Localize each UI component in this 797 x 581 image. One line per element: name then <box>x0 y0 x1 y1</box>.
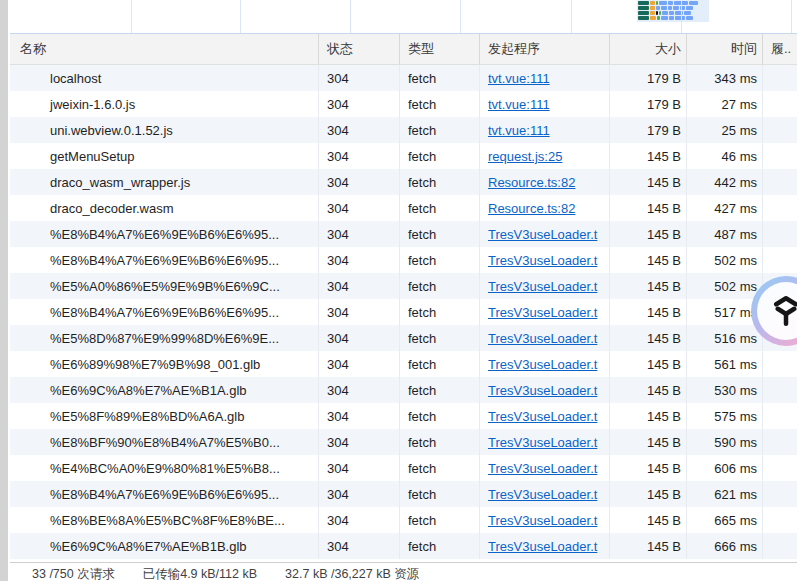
network-request-row[interactable]: %E6%9C%A8%E7%AE%B1A.glb304fetchTresV3use… <box>10 377 797 403</box>
thumbnail-bar <box>638 6 649 10</box>
cell-status: 304 <box>319 455 400 481</box>
initiator-link[interactable]: tvt.vue:111 <box>488 123 550 138</box>
thumbnail-bar <box>656 11 658 15</box>
thumbnail-bar <box>650 11 655 15</box>
initiator-link[interactable]: TresV3useLoader.t <box>488 513 597 528</box>
cell-waterfall <box>763 221 797 247</box>
initiator-link[interactable]: TresV3useLoader.t <box>488 253 597 268</box>
cell-time: 530 ms <box>687 377 763 403</box>
initiator-link[interactable]: TresV3useLoader.t <box>488 279 597 294</box>
thumbnail-bar <box>669 16 674 20</box>
network-request-row[interactable]: localhost304fetchtvt.vue:111179 B343 ms <box>10 65 797 91</box>
trident-logo-icon <box>757 282 797 340</box>
cell-status: 304 <box>319 169 400 195</box>
initiator-link[interactable]: TresV3useLoader.t <box>488 227 597 242</box>
cell-status: 304 <box>319 429 400 455</box>
summary-resources: 32.7 kB /36,227 kB 资源 <box>285 566 419 581</box>
network-request-row[interactable]: jweixin-1.6.0.js304fetchtvt.vue:111179 B… <box>10 91 797 117</box>
cell-initiator: tvt.vue:111 <box>480 117 610 143</box>
thumbnail-bar <box>638 11 649 15</box>
cell-waterfall <box>763 65 797 91</box>
cell-status: 304 <box>319 273 400 299</box>
cell-status: 304 <box>319 247 400 273</box>
initiator-link[interactable]: TresV3useLoader.t <box>488 305 597 320</box>
cell-waterfall <box>763 507 797 533</box>
initiator-link[interactable]: TresV3useLoader.t <box>488 409 597 424</box>
cell-initiator: TresV3useLoader.t <box>480 481 610 507</box>
cell-time: 590 ms <box>687 429 763 455</box>
network-request-row[interactable]: %E8%BF%90%E8%B4%A7%E5%B0...304fetchTresV… <box>10 429 797 455</box>
cell-name: %E5%8F%89%E8%BD%A6A.glb <box>10 403 319 429</box>
column-header-status[interactable]: 状态 <box>319 34 400 64</box>
initiator-link[interactable]: TresV3useLoader.t <box>488 331 597 346</box>
column-header-time[interactable]: 时间 <box>687 34 763 64</box>
network-overview-timeline[interactable] <box>10 0 797 34</box>
table-header-row: 名称状态类型发起程序大小时间履.. <box>10 34 797 65</box>
cell-type: fetch <box>400 481 480 507</box>
initiator-link[interactable]: Resource.ts:82 <box>488 175 575 190</box>
network-request-row[interactable]: %E8%B4%A7%E6%9E%B6%E6%95...304fetchTresV… <box>10 481 797 507</box>
network-request-row[interactable]: %E8%BE%8A%E5%BC%8F%E8%BE...304fetchTresV… <box>10 507 797 533</box>
cell-size: 179 B <box>610 91 687 117</box>
network-request-row[interactable]: %E5%8D%87%E9%99%8D%E6%9E...304fetchTresV… <box>10 325 797 351</box>
cell-time: 516 ms <box>687 325 763 351</box>
cell-type: fetch <box>400 273 480 299</box>
cell-type: fetch <box>400 533 480 559</box>
overview-gridline <box>681 0 682 33</box>
cell-size: 145 B <box>610 169 687 195</box>
initiator-link[interactable]: TresV3useLoader.t <box>488 435 597 450</box>
column-header-name[interactable]: 名称 <box>10 34 319 64</box>
cell-type: fetch <box>400 117 480 143</box>
cell-time: 487 ms <box>687 221 763 247</box>
overview-waterfall-thumbnail[interactable] <box>637 0 709 22</box>
network-request-row[interactable]: %E6%9C%A8%E7%AE%B1B.glb304fetchTresV3use… <box>10 533 797 559</box>
cell-initiator: TresV3useLoader.t <box>480 455 610 481</box>
cell-type: fetch <box>400 169 480 195</box>
left-edge-strip <box>0 0 8 581</box>
network-request-row[interactable]: %E8%B4%A7%E6%9E%B6%E6%95...304fetchTresV… <box>10 247 797 273</box>
overview-gridline <box>571 0 572 33</box>
initiator-link[interactable]: request.js:25 <box>488 149 562 164</box>
initiator-link[interactable]: TresV3useLoader.t <box>488 539 597 554</box>
summary-transferred: 已传输4.9 kB/112 kB <box>143 566 257 581</box>
cell-status: 304 <box>319 117 400 143</box>
column-header-size[interactable]: 大小 <box>610 34 687 64</box>
initiator-link[interactable]: tvt.vue:111 <box>488 71 550 86</box>
cell-name: %E8%BE%8A%E5%BC%8F%E8%BE... <box>10 507 319 533</box>
cell-time: 343 ms <box>687 65 763 91</box>
cell-type: fetch <box>400 507 480 533</box>
network-request-row[interactable]: draco_wasm_wrapper.js304fetchResource.ts… <box>10 169 797 195</box>
initiator-link[interactable]: TresV3useLoader.t <box>488 487 597 502</box>
network-request-row[interactable]: %E8%B4%A7%E6%9E%B6%E6%95...304fetchTresV… <box>10 299 797 325</box>
network-request-row[interactable]: uni.webview.0.1.52.js304fetchtvt.vue:111… <box>10 117 797 143</box>
network-request-row[interactable]: getMenuSetup304fetchrequest.js:25145 B46… <box>10 143 797 169</box>
network-request-row[interactable]: %E6%89%98%E7%9B%98_001.glb304fetchTresV3… <box>10 351 797 377</box>
cell-size: 179 B <box>610 117 687 143</box>
network-request-row[interactable]: draco_decoder.wasm304fetchResource.ts:82… <box>10 195 797 221</box>
cell-type: fetch <box>400 455 480 481</box>
network-request-row[interactable]: %E8%B4%A7%E6%9E%B6%E6%95...304fetchTresV… <box>10 221 797 247</box>
initiator-link[interactable]: tvt.vue:111 <box>488 97 550 112</box>
thumbnail-bar <box>668 6 672 10</box>
network-request-row[interactable]: %E4%BC%A0%E9%80%81%E5%B8...304fetchTresV… <box>10 455 797 481</box>
cell-time: 427 ms <box>687 195 763 221</box>
overview-gridline <box>791 0 792 33</box>
initiator-link[interactable]: TresV3useLoader.t <box>488 461 597 476</box>
column-header-type[interactable]: 类型 <box>400 34 480 64</box>
network-request-row[interactable]: %E5%A0%86%E5%9E%9B%E6%9C...304fetchTresV… <box>10 273 797 299</box>
column-header-initiator[interactable]: 发起程序 <box>480 34 610 64</box>
initiator-link[interactable]: TresV3useLoader.t <box>488 357 597 372</box>
cell-initiator: tvt.vue:111 <box>480 65 610 91</box>
cell-time: 502 ms <box>687 273 763 299</box>
cell-size: 145 B <box>610 403 687 429</box>
cell-status: 304 <box>319 481 400 507</box>
column-header-waterfall[interactable]: 履.. <box>763 34 797 64</box>
thumbnail-bar <box>686 16 693 20</box>
thumbnail-bar <box>638 1 649 5</box>
initiator-link[interactable]: Resource.ts:82 <box>488 201 575 216</box>
cell-status: 304 <box>319 403 400 429</box>
network-request-row[interactable]: %E5%8F%89%E8%BD%A6A.glb304fetchTresV3use… <box>10 403 797 429</box>
initiator-link[interactable]: TresV3useLoader.t <box>488 383 597 398</box>
cell-initiator: TresV3useLoader.t <box>480 325 610 351</box>
thumbnail-bar <box>650 6 655 10</box>
